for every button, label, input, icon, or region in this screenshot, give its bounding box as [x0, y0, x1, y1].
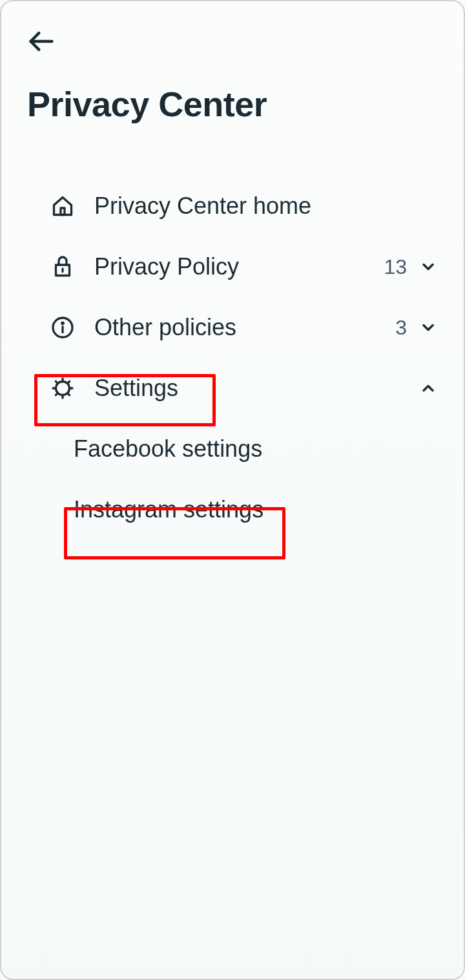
arrow-left-icon [27, 27, 56, 56]
sub-item-instagram-settings[interactable]: Instagram settings [74, 479, 438, 540]
gear-icon [50, 376, 75, 401]
sub-item-label: Facebook settings [74, 435, 262, 462]
svg-point-6 [62, 322, 63, 324]
nav-label: Privacy Center home [94, 193, 438, 220]
sub-item-facebook-settings[interactable]: Facebook settings [74, 419, 438, 479]
nav-count: 3 [395, 316, 407, 340]
nav-list: Privacy Center home Privacy Policy 13 [27, 176, 438, 540]
svg-line-13 [68, 393, 70, 395]
nav-item-other-policies[interactable]: Other policies 3 [27, 297, 438, 358]
nav-label: Other policies [94, 314, 395, 341]
nav-label: Privacy Policy [94, 253, 384, 280]
svg-rect-1 [61, 208, 65, 215]
svg-line-15 [68, 381, 70, 383]
chevron-down-icon [418, 257, 438, 276]
nav-item-home[interactable]: Privacy Center home [27, 176, 438, 236]
page-title: Privacy Center [27, 84, 438, 124]
lock-icon [50, 255, 75, 279]
settings-sublist: Facebook settings Instagram settings [27, 419, 438, 540]
chevron-up-icon [418, 379, 438, 398]
nav-count: 13 [384, 255, 407, 279]
nav-label: Settings [94, 375, 418, 402]
chevron-down-icon [418, 318, 438, 337]
privacy-center-panel: Privacy Center Privacy Center home Pri [0, 0, 465, 980]
info-icon [50, 315, 75, 340]
nav-item-settings[interactable]: Settings [27, 358, 438, 419]
sub-item-label: Instagram settings [74, 496, 264, 523]
home-icon [50, 194, 75, 218]
nav-item-privacy-policy[interactable]: Privacy Policy 13 [27, 236, 438, 297]
svg-line-14 [56, 393, 57, 395]
svg-line-12 [56, 381, 57, 383]
back-button[interactable] [27, 27, 56, 56]
